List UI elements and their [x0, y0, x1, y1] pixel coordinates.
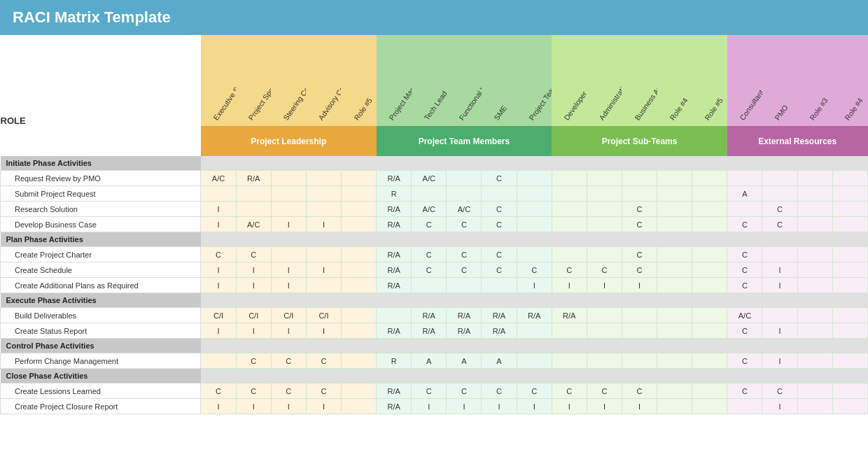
- raci-cell: C: [412, 262, 447, 278]
- raci-cell: [587, 171, 622, 186]
- raci-cell: [587, 186, 622, 202]
- raci-cell: [832, 308, 867, 323]
- section-empty-cell: [692, 369, 727, 384]
- activity-name-cell: Request Review by PMO: [1, 171, 201, 186]
- raci-cell: [832, 262, 867, 278]
- section-empty-cell: [587, 232, 622, 247]
- raci-cell: [657, 353, 692, 369]
- raci-cell: [692, 308, 727, 323]
- raci-cell: I: [552, 278, 587, 293]
- raci-cell: C: [482, 262, 517, 278]
- raci-cell: [657, 323, 692, 339]
- raci-cell: [657, 278, 692, 293]
- raci-cell: [587, 323, 622, 339]
- role-label-row: ROLE Executive Sponsor Project Sponsor S…: [1, 35, 868, 126]
- section-empty-cell: [236, 369, 271, 384]
- table-row: Submit Project RequestRA: [1, 186, 868, 202]
- section-empty-cell: [762, 339, 797, 353]
- raci-cell: C: [447, 262, 482, 278]
- raci-cell: [552, 247, 587, 262]
- raci-cell: R: [377, 186, 412, 202]
- activity-name-cell: Perform Change Management: [1, 353, 201, 369]
- section-empty-cell: [236, 156, 271, 171]
- raci-cell: C: [552, 262, 587, 278]
- raci-cell: R/A: [447, 323, 482, 339]
- raci-cell: [727, 171, 762, 186]
- raci-cell: [797, 217, 832, 232]
- raci-cell: C: [201, 247, 236, 262]
- section-empty-cell: [412, 293, 447, 308]
- raci-cell: [341, 308, 376, 323]
- raci-cell: [832, 186, 867, 202]
- activity-name-cell: Build Deliverables: [1, 308, 201, 323]
- raci-cell: [832, 202, 867, 217]
- section-empty-cell: [762, 293, 797, 308]
- raci-cell: C: [727, 353, 762, 369]
- section-empty-cell: [727, 339, 762, 353]
- raci-cell: [517, 171, 552, 186]
- section-empty-cell: [587, 156, 622, 171]
- raci-cell: [341, 262, 376, 278]
- raci-cell: [657, 217, 692, 232]
- table-row: Create ScheduleIIIIR/ACCCCCCCCI: [1, 262, 868, 278]
- raci-cell: [832, 323, 867, 339]
- raci-cell: A: [727, 186, 762, 202]
- raci-cell: [517, 353, 552, 369]
- raci-cell: I: [271, 217, 306, 232]
- raci-cell: [727, 202, 762, 217]
- diagonal-cell-ba: Business Analyst: [622, 35, 657, 126]
- section-empty-cell: [552, 232, 587, 247]
- deliverable-header: Project Deliverable(or Activity): [1, 126, 201, 156]
- raci-cell: R/A: [377, 384, 412, 399]
- section-empty-cell: [622, 339, 657, 353]
- raci-cell: I: [236, 323, 271, 339]
- raci-cell: [692, 323, 727, 339]
- section-empty-cell: [727, 232, 762, 247]
- raci-cell: [832, 384, 867, 399]
- section-empty-cell: [447, 339, 482, 353]
- section-empty-cell: [271, 339, 306, 353]
- section-name: Plan Phase Activities: [1, 232, 201, 247]
- raci-cell: C: [236, 353, 271, 369]
- section-empty-cell: [412, 339, 447, 353]
- raci-cell: R/A: [377, 247, 412, 262]
- raci-cell: [341, 202, 376, 217]
- raci-cell: [447, 171, 482, 186]
- raci-cell: [552, 186, 587, 202]
- raci-cell: [587, 308, 622, 323]
- raci-cell: C: [447, 384, 482, 399]
- diagonal-cell-role3-e: Role #3: [797, 35, 832, 126]
- raci-cell: [517, 202, 552, 217]
- raci-cell: [271, 171, 306, 186]
- table-row: Research SolutionIR/AA/CA/CCCC: [1, 202, 868, 217]
- raci-cell: [797, 384, 832, 399]
- raci-cell: A/C: [447, 202, 482, 217]
- raci-cell: A: [482, 353, 517, 369]
- raci-cell: [412, 278, 447, 293]
- section-name: Control Phase Activities: [1, 339, 201, 353]
- raci-cell: C: [587, 384, 622, 399]
- raci-cell: [657, 262, 692, 278]
- section-empty-cell: [587, 293, 622, 308]
- raci-cell: [832, 399, 867, 414]
- diagonal-cell-role4-e: Role #4: [832, 35, 867, 126]
- diagonal-cell-exec-sponsor: Executive Sponsor: [201, 35, 236, 126]
- raci-cell: I: [517, 278, 552, 293]
- raci-cell: [517, 217, 552, 232]
- raci-cell: I: [762, 323, 797, 339]
- table-row: Create Additional Plans as RequiredIIIR/…: [1, 278, 868, 293]
- page-title: RACI Matrix Template: [13, 8, 855, 27]
- raci-cell: [552, 353, 587, 369]
- raci-cell: C: [727, 262, 762, 278]
- raci-cell: [587, 202, 622, 217]
- section-empty-cell: [341, 232, 376, 247]
- section-empty-cell: [447, 369, 482, 384]
- raci-cell: C: [271, 384, 306, 399]
- raci-cell: [622, 353, 657, 369]
- raci-cell: [341, 323, 376, 339]
- raci-cell: [797, 278, 832, 293]
- raci-cell: [552, 323, 587, 339]
- diagonal-cell-admin: Administrative Support: [587, 35, 622, 126]
- raci-cell: R/A: [377, 262, 412, 278]
- raci-cell: [797, 323, 832, 339]
